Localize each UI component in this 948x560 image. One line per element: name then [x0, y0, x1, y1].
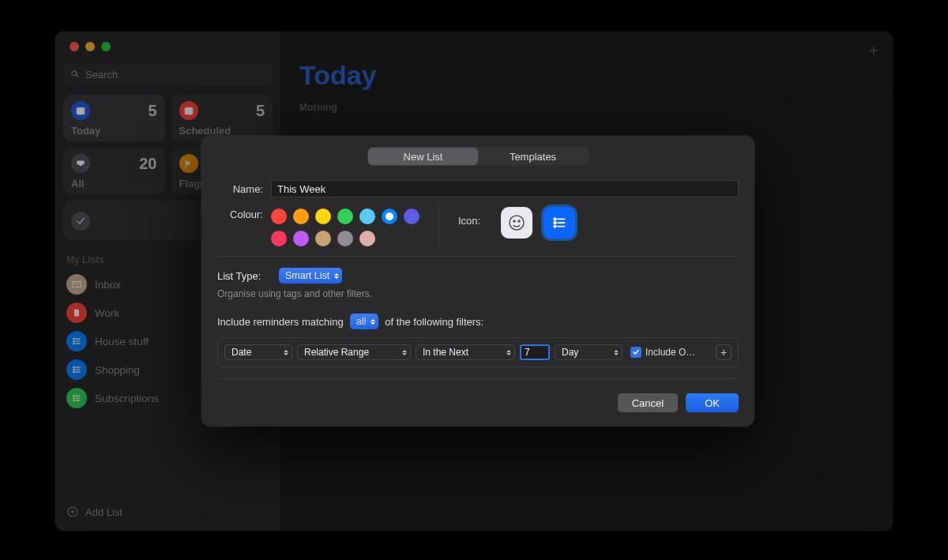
filter-op-select[interactable]: Relative Range [297, 344, 411, 360]
sidebar-item-label: House stuff [95, 336, 149, 348]
sidebar-item-label: Subscriptions [95, 393, 159, 404]
svg-rect-1 [77, 107, 85, 110]
add-list-button[interactable]: Add List [63, 501, 273, 523]
chevron-updown-icon [334, 273, 339, 279]
add-reminder-button[interactable]: ＋ [866, 39, 882, 61]
ok-button[interactable]: OK [686, 393, 739, 412]
section-heading: Morning [299, 102, 874, 113]
svg-point-31 [554, 225, 556, 227]
smart-card-all[interactable]: 20 All [63, 148, 165, 194]
chevron-updown-icon [371, 319, 375, 325]
list-type-label: List Type: [217, 270, 271, 282]
add-filter-button[interactable]: + [716, 344, 732, 360]
colour-swatch[interactable] [337, 209, 353, 224]
filter-unit-select[interactable]: Day [555, 344, 623, 360]
doc-icon [66, 303, 87, 323]
name-input[interactable] [271, 180, 739, 197]
smart-card-today[interactable]: 5 Today [63, 95, 165, 141]
colour-label: Colour: [217, 209, 263, 220]
filter-field-value: Date [231, 347, 251, 358]
window-traffic-lights [63, 32, 273, 62]
colour-swatch-selected[interactable] [382, 209, 397, 224]
match-mode-select[interactable]: all [350, 314, 379, 329]
smart-card-count: 20 [139, 155, 156, 173]
icon-picker [501, 207, 575, 239]
page-title: Today [299, 60, 874, 91]
list-icon [66, 331, 87, 351]
filter-direction-select[interactable]: In the Next [416, 344, 515, 360]
filter-field-select[interactable]: Date [224, 344, 292, 360]
sidebar-item-label: Work [95, 307, 119, 319]
svg-point-15 [73, 395, 74, 396]
filter-row: Date Relative Range In the Next Day Incl… [217, 337, 739, 367]
svg-point-26 [518, 220, 520, 222]
envelope-icon [66, 274, 87, 295]
svg-point-25 [514, 220, 515, 222]
colour-swatch[interactable] [271, 209, 287, 224]
svg-point-9 [73, 366, 74, 367]
tab-templates[interactable]: Templates [478, 148, 588, 165]
smile-icon [507, 213, 526, 232]
checkbox-icon [630, 347, 641, 358]
svg-point-19 [73, 400, 74, 400]
divider [217, 378, 739, 379]
sidebar-item-label: Shopping [95, 364, 140, 376]
filter-unit-value: Day [562, 347, 578, 358]
flag-icon [179, 154, 198, 173]
list-type-hint: Organise using tags and other filters. [217, 288, 739, 299]
cancel-button[interactable]: Cancel [618, 393, 678, 412]
colour-swatch[interactable] [359, 209, 375, 224]
sidebar-item-label: Inbox [95, 279, 121, 291]
close-window-button[interactable] [70, 42, 79, 51]
svg-point-29 [554, 222, 556, 224]
colour-swatch[interactable] [404, 209, 419, 224]
list-icon [551, 214, 568, 231]
search-input[interactable]: Search [63, 63, 273, 85]
filter-amount-input[interactable] [520, 344, 550, 360]
new-list-modal: New List Templates Name: Colour: Icon: [201, 136, 754, 427]
icon-choice-list-selected[interactable] [544, 207, 575, 239]
colour-swatch[interactable] [359, 231, 375, 246]
icon-choice-emoji[interactable] [501, 207, 532, 239]
svg-point-11 [73, 369, 74, 370]
include-checkbox[interactable]: Include O… [630, 347, 695, 358]
match-prefix: Include reminders matching [217, 316, 344, 328]
colour-swatch[interactable] [337, 231, 353, 246]
fullscreen-window-button[interactable] [101, 42, 111, 51]
search-icon [70, 69, 81, 80]
colour-swatch[interactable] [315, 231, 331, 246]
colour-swatch[interactable] [271, 231, 287, 246]
svg-point-5 [73, 340, 74, 341]
chevron-updown-icon [279, 350, 288, 355]
calendar-icon [179, 101, 198, 120]
tray-icon [71, 154, 90, 173]
svg-point-7 [73, 343, 74, 344]
list-type-select[interactable]: Smart List [279, 268, 342, 284]
tab-new-list[interactable]: New List [368, 148, 478, 165]
modal-button-row: Cancel OK [217, 393, 739, 412]
smart-card-count: 5 [148, 102, 156, 120]
name-label: Name: [217, 183, 263, 195]
colour-swatch[interactable] [293, 209, 309, 224]
list-icon [66, 359, 87, 380]
modal-tab-switcher[interactable]: New List Templates [367, 147, 589, 166]
svg-point-13 [73, 371, 74, 372]
chevron-updown-icon [609, 350, 619, 355]
minimize-window-button[interactable] [85, 42, 95, 51]
colour-swatch[interactable] [293, 231, 309, 246]
search-placeholder: Search [85, 69, 118, 81]
check-icon [71, 212, 90, 231]
vertical-separator [438, 204, 439, 248]
list-icon [66, 388, 87, 408]
filter-op-value: Relative Range [304, 347, 369, 358]
svg-point-17 [73, 397, 74, 398]
smart-card-count: 5 [256, 102, 265, 120]
filter-direction-value: In the Next [423, 347, 468, 358]
list-type-value: Smart List [285, 270, 329, 281]
smart-card-label: All [71, 178, 157, 190]
colour-swatch[interactable] [315, 209, 331, 224]
include-label: Include O… [645, 347, 695, 358]
colour-swatch-row [271, 209, 429, 246]
smart-card-scheduled[interactable]: 5 Scheduled [171, 95, 273, 141]
svg-point-3 [73, 338, 74, 339]
